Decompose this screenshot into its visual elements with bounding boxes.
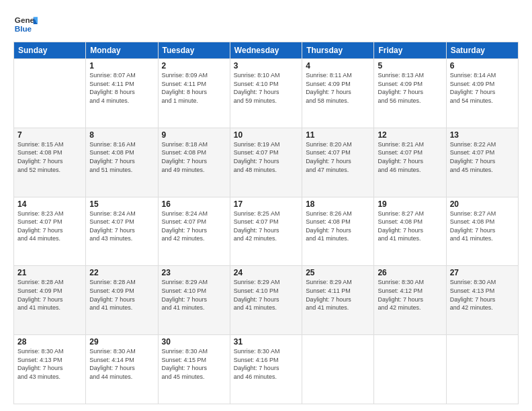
calendar-day-cell: 22Sunrise: 8:28 AM Sunset: 4:09 PM Dayli…	[86, 266, 158, 335]
calendar-day-cell: 23Sunrise: 8:29 AM Sunset: 4:10 PM Dayli…	[158, 266, 230, 335]
day-info: Sunrise: 8:30 AM Sunset: 4:14 PM Dayligh…	[89, 347, 154, 381]
day-info: Sunrise: 8:30 AM Sunset: 4:13 PM Dayligh…	[450, 278, 515, 312]
calendar-day-cell: 14Sunrise: 8:23 AM Sunset: 4:07 PM Dayli…	[14, 197, 86, 266]
day-info: Sunrise: 8:20 AM Sunset: 4:07 PM Dayligh…	[306, 140, 370, 174]
calendar-day-cell: 2Sunrise: 8:09 AM Sunset: 4:11 PM Daylig…	[158, 59, 230, 128]
day-info: Sunrise: 8:29 AM Sunset: 4:10 PM Dayligh…	[162, 278, 226, 312]
day-number: 13	[450, 130, 515, 140]
calendar-day-header: Friday	[374, 42, 446, 59]
calendar-week-row: 21Sunrise: 8:28 AM Sunset: 4:09 PM Dayli…	[14, 266, 519, 335]
day-info: Sunrise: 8:28 AM Sunset: 4:09 PM Dayligh…	[89, 278, 154, 312]
calendar-day-header: Monday	[86, 42, 158, 59]
day-number: 30	[162, 337, 226, 347]
day-number: 31	[234, 337, 298, 347]
calendar-day-cell: 7Sunrise: 8:15 AM Sunset: 4:08 PM Daylig…	[14, 128, 86, 197]
calendar-week-row: 28Sunrise: 8:30 AM Sunset: 4:13 PM Dayli…	[14, 335, 519, 404]
day-number: 22	[89, 268, 154, 277]
calendar-day-cell: 6Sunrise: 8:14 AM Sunset: 4:09 PM Daylig…	[446, 59, 518, 128]
calendar-week-row: 7Sunrise: 8:15 AM Sunset: 4:08 PM Daylig…	[14, 128, 519, 197]
svg-text:Blue: Blue	[15, 24, 32, 33]
calendar-day-cell: 27Sunrise: 8:30 AM Sunset: 4:13 PM Dayli…	[446, 266, 518, 335]
day-info: Sunrise: 8:30 AM Sunset: 4:13 PM Dayligh…	[17, 347, 82, 381]
calendar-week-row: 1Sunrise: 8:07 AM Sunset: 4:11 PM Daylig…	[14, 59, 519, 128]
calendar-day-header: Wednesday	[230, 42, 302, 59]
day-number: 9	[162, 130, 226, 140]
calendar-day-cell: 5Sunrise: 8:13 AM Sunset: 4:09 PM Daylig…	[374, 59, 446, 128]
day-info: Sunrise: 8:30 AM Sunset: 4:16 PM Dayligh…	[234, 347, 298, 381]
calendar-day-cell: 1Sunrise: 8:07 AM Sunset: 4:11 PM Daylig…	[86, 59, 158, 128]
generalblue-logo-icon: General Blue	[13, 12, 38, 36]
day-number: 29	[89, 337, 154, 347]
day-info: Sunrise: 8:27 AM Sunset: 4:08 PM Dayligh…	[378, 210, 442, 243]
day-info: Sunrise: 8:13 AM Sunset: 4:09 PM Dayligh…	[378, 71, 442, 105]
calendar-day-cell: 17Sunrise: 8:25 AM Sunset: 4:07 PM Dayli…	[230, 197, 302, 266]
calendar-day-cell: 3Sunrise: 8:10 AM Sunset: 4:10 PM Daylig…	[230, 59, 302, 128]
day-info: Sunrise: 8:10 AM Sunset: 4:10 PM Dayligh…	[234, 71, 298, 105]
day-info: Sunrise: 8:15 AM Sunset: 4:08 PM Dayligh…	[17, 140, 82, 174]
calendar-day-cell: 30Sunrise: 8:30 AM Sunset: 4:15 PM Dayli…	[158, 335, 230, 404]
page: General Blue SundayMondayTuesdayWednesda…	[0, 0, 532, 411]
calendar-day-cell: 19Sunrise: 8:27 AM Sunset: 4:08 PM Dayli…	[374, 197, 446, 266]
calendar-day-cell: 16Sunrise: 8:24 AM Sunset: 4:07 PM Dayli…	[158, 197, 230, 266]
calendar-day-cell: 29Sunrise: 8:30 AM Sunset: 4:14 PM Dayli…	[86, 335, 158, 404]
calendar-day-cell: 4Sunrise: 8:11 AM Sunset: 4:09 PM Daylig…	[302, 59, 374, 128]
day-number: 5	[378, 61, 442, 71]
day-info: Sunrise: 8:24 AM Sunset: 4:07 PM Dayligh…	[162, 210, 226, 243]
day-info: Sunrise: 8:30 AM Sunset: 4:15 PM Dayligh…	[162, 347, 226, 381]
calendar-day-cell: 28Sunrise: 8:30 AM Sunset: 4:13 PM Dayli…	[14, 335, 86, 404]
logo: General Blue	[13, 12, 39, 36]
day-number: 7	[17, 130, 82, 140]
day-number: 26	[378, 268, 442, 277]
day-info: Sunrise: 8:16 AM Sunset: 4:08 PM Dayligh…	[89, 140, 154, 174]
calendar-day-cell	[446, 335, 518, 404]
header: General Blue	[13, 12, 519, 36]
calendar-day-cell: 15Sunrise: 8:24 AM Sunset: 4:07 PM Dayli…	[86, 197, 158, 266]
calendar-day-header: Thursday	[302, 42, 374, 59]
day-number: 19	[378, 199, 442, 209]
day-number: 24	[234, 268, 298, 277]
calendar-day-cell: 13Sunrise: 8:22 AM Sunset: 4:07 PM Dayli…	[446, 128, 518, 197]
day-info: Sunrise: 8:18 AM Sunset: 4:08 PM Dayligh…	[162, 140, 226, 174]
day-number: 20	[450, 199, 515, 209]
day-info: Sunrise: 8:30 AM Sunset: 4:12 PM Dayligh…	[378, 278, 442, 312]
day-info: Sunrise: 8:07 AM Sunset: 4:11 PM Dayligh…	[89, 71, 154, 105]
calendar-header-row: SundayMondayTuesdayWednesdayThursdayFrid…	[14, 42, 519, 59]
calendar-day-cell: 31Sunrise: 8:30 AM Sunset: 4:16 PM Dayli…	[230, 335, 302, 404]
day-number: 4	[306, 61, 370, 71]
day-number: 27	[450, 268, 515, 277]
day-info: Sunrise: 8:14 AM Sunset: 4:09 PM Dayligh…	[450, 71, 515, 105]
day-number: 12	[378, 130, 442, 140]
day-number: 17	[234, 199, 298, 209]
calendar-day-cell: 21Sunrise: 8:28 AM Sunset: 4:09 PM Dayli…	[14, 266, 86, 335]
calendar-day-header: Tuesday	[158, 42, 230, 59]
calendar-day-cell: 12Sunrise: 8:21 AM Sunset: 4:07 PM Dayli…	[374, 128, 446, 197]
day-info: Sunrise: 8:22 AM Sunset: 4:07 PM Dayligh…	[450, 140, 515, 174]
day-info: Sunrise: 8:11 AM Sunset: 4:09 PM Dayligh…	[306, 71, 370, 105]
day-info: Sunrise: 8:23 AM Sunset: 4:07 PM Dayligh…	[17, 210, 82, 243]
day-number: 25	[306, 268, 370, 277]
day-info: Sunrise: 8:29 AM Sunset: 4:10 PM Dayligh…	[234, 278, 298, 312]
calendar-day-cell: 26Sunrise: 8:30 AM Sunset: 4:12 PM Dayli…	[374, 266, 446, 335]
day-info: Sunrise: 8:28 AM Sunset: 4:09 PM Dayligh…	[17, 278, 82, 312]
day-info: Sunrise: 8:21 AM Sunset: 4:07 PM Dayligh…	[378, 140, 442, 174]
calendar-day-cell: 24Sunrise: 8:29 AM Sunset: 4:10 PM Dayli…	[230, 266, 302, 335]
day-number: 28	[17, 337, 82, 347]
day-info: Sunrise: 8:24 AM Sunset: 4:07 PM Dayligh…	[89, 210, 154, 243]
day-info: Sunrise: 8:27 AM Sunset: 4:08 PM Dayligh…	[450, 210, 515, 243]
calendar-day-header: Sunday	[14, 42, 86, 59]
calendar-table: SundayMondayTuesdayWednesdayThursdayFrid…	[13, 42, 519, 404]
day-info: Sunrise: 8:29 AM Sunset: 4:11 PM Dayligh…	[306, 278, 370, 312]
calendar-day-cell	[374, 335, 446, 404]
calendar-day-cell: 18Sunrise: 8:26 AM Sunset: 4:08 PM Dayli…	[302, 197, 374, 266]
day-info: Sunrise: 8:19 AM Sunset: 4:07 PM Dayligh…	[234, 140, 298, 174]
calendar-week-row: 14Sunrise: 8:23 AM Sunset: 4:07 PM Dayli…	[14, 197, 519, 266]
day-number: 2	[162, 61, 226, 71]
day-number: 6	[450, 61, 515, 71]
day-info: Sunrise: 8:25 AM Sunset: 4:07 PM Dayligh…	[234, 210, 298, 243]
calendar-day-cell	[14, 59, 86, 128]
day-number: 1	[89, 61, 154, 71]
calendar-day-cell: 20Sunrise: 8:27 AM Sunset: 4:08 PM Dayli…	[446, 197, 518, 266]
calendar-day-cell: 11Sunrise: 8:20 AM Sunset: 4:07 PM Dayli…	[302, 128, 374, 197]
day-number: 14	[17, 199, 82, 209]
day-number: 3	[234, 61, 298, 71]
